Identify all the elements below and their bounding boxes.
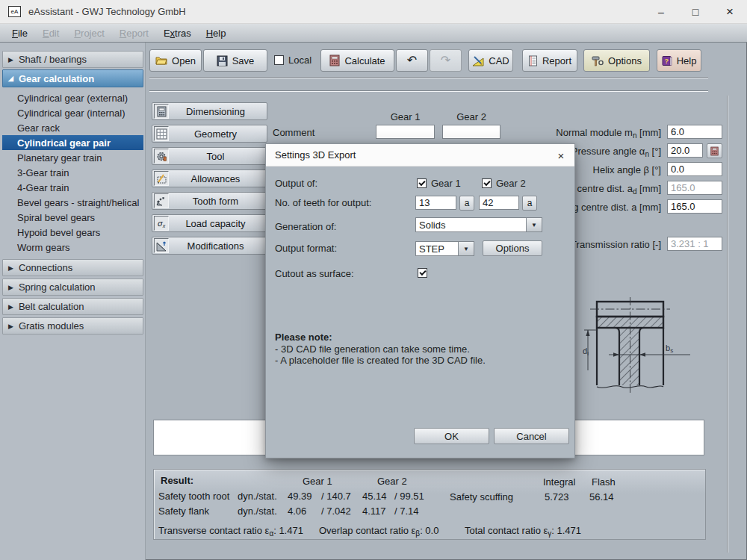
pressure-angle-calc-button[interactable] [707,143,722,158]
menu-bar: File Edit Project Report Extras Help [0,24,747,43]
sidebar-section-shaft-bearings[interactable]: ▶ Shaft / bearings [2,51,143,68]
sidebar-section-spring-calculation[interactable]: ▶ Spring calculation [2,279,143,296]
result-value: / 7.14 [394,505,419,517]
generation-of-label: Generation of: [275,221,336,232]
maximize-button[interactable]: □ [678,0,713,24]
geometry-button[interactable]: Geometry [152,125,267,143]
local-checkbox[interactable] [274,55,284,65]
calculator-icon [329,55,340,66]
cad-button[interactable]: CAD [468,49,513,72]
tools-hammer-icon [592,55,604,66]
sidebar-item-cylindrical-gear-internal[interactable]: Cylindrical gear (internal) [2,105,143,120]
dimensioning-button[interactable]: Dimensioning [152,102,267,120]
normal-module-input[interactable] [667,125,722,139]
sidebar-item-planetary-gear-train[interactable]: Planetary gear train [2,150,143,165]
menu-extras[interactable]: Extras [156,26,199,40]
menu-edit: Edit [35,26,66,40]
result-value: / 140.7 [321,491,351,502]
normal-module-label: Normal module mn [mm] [374,127,661,140]
result-value: / 7.042 [321,505,351,517]
menu-help[interactable]: Help [199,26,234,40]
results-col-gear1: Gear 1 [303,476,332,487]
pressure-angle-input[interactable] [667,143,703,158]
minimize-button[interactable]: – [644,0,678,24]
calculate-button[interactable]: Calculate [320,49,394,72]
output-format-label: Output format: [275,243,337,254]
sidebar-item-cylindrical-gear-pair[interactable]: Cylindrical gear pair [2,135,143,150]
dialog-close-icon[interactable]: × [548,144,574,167]
separator-line [149,77,708,78]
help-book-icon: ? [662,55,672,66]
dialog-title: Settings 3D Export [275,149,356,161]
sidebar-section-gear-calculation[interactable]: ◢ Gear calculation [2,69,143,87]
load-capacity-sigma-icon: σx [154,216,169,231]
results-row-mode: dyn./stat. [238,505,277,517]
window-titlebar: eA eAssistant - GWJ Technology GmbH – □ … [0,0,747,24]
help-button[interactable]: ? Help [657,49,701,72]
sidebar-section-belt-calculation[interactable]: ▶ Belt calculation [2,298,143,315]
sidebar-item-4-gear-train[interactable]: 4-Gear train [2,180,143,195]
results-row-label: Safety flank [158,505,209,517]
teeth-gear1-auto-button[interactable]: a [459,196,474,211]
tooth-form-button[interactable]: Tooth form [152,192,267,210]
modifications-button[interactable]: Modifications [152,237,267,255]
output-format-dropdown[interactable]: STEP ▼ [415,241,474,256]
sidebar-item-gear-rack[interactable]: Gear rack [2,120,143,135]
sidebar: ▶ Shaft / bearings ◢ Gear calculation Cy… [0,43,146,560]
chevron-right-icon: ▶ [8,56,13,63]
options-button[interactable]: Options [583,49,650,72]
result-value: 49.39 [288,491,312,502]
gear1-checkbox[interactable] [417,178,427,188]
panel-edge-line [727,96,728,553]
working-centre-dist-input[interactable] [667,199,722,214]
helix-angle-input[interactable] [667,162,722,176]
undo-icon: ↶ [407,55,417,66]
format-options-button[interactable]: Options [483,240,542,256]
undo-button[interactable]: ↶ [396,49,428,72]
report-button[interactable]: Report [522,49,577,72]
report-document-icon [528,55,538,66]
sidebar-item-cylindrical-gear-external[interactable]: Cylindrical gear (external) [2,90,143,105]
sidebar-item-worm-gears[interactable]: Worm gears [2,240,143,255]
dimensioning-icon [154,104,169,119]
chevron-right-icon: ▶ [8,323,13,330]
gear1-checkbox-label: Gear 1 [431,178,461,189]
allowances-button[interactable]: Allowances [152,169,267,187]
chevron-down-icon[interactable]: ▼ [526,218,542,231]
gear2-checkbox[interactable] [482,178,492,188]
open-folder-icon [155,55,167,66]
load-capacity-button[interactable]: σx Load capacity [152,214,267,232]
teeth-gear1-input[interactable] [415,196,456,210]
sidebar-item-bevel-gears[interactable]: Bevel gears - straight/helical [2,195,143,210]
tool-gear-icon [154,149,169,164]
menu-file[interactable]: File [4,26,35,40]
ok-button[interactable]: OK [414,428,489,444]
total-contact-ratio: Total contact ratio εγ: 1.471 [465,525,581,538]
result-value: / 99.51 [394,491,424,502]
results-col-gear2: Gear 2 [377,476,407,487]
gear1-column-header: Gear 1 [376,111,435,122]
results-col-integral: Integral [543,476,575,488]
cancel-button[interactable]: Cancel [494,428,569,444]
menu-project: Project [66,26,111,40]
chevron-right-icon: ▶ [8,303,13,311]
chevron-down-icon[interactable]: ▼ [458,242,474,255]
window-title: eAssistant - GWJ Technology GmbH [28,6,186,17]
open-button[interactable]: Open [149,49,202,72]
save-button[interactable]: Save [203,49,267,72]
sidebar-item-spiral-bevel-gears[interactable]: Spiral bevel gears [2,210,143,225]
tool-button[interactable]: Tool [152,147,267,165]
close-button[interactable]: × [713,0,747,24]
sidebar-item-hypoid-bevel-gears[interactable]: Hypoid bevel gears [2,225,143,240]
settings-3d-export-dialog: Settings 3D Export × Output of: Gear 1 G… [265,143,575,458]
generation-dropdown[interactable]: Solids ▼ [415,217,542,232]
cutout-checkbox[interactable] [418,268,427,278]
chevron-right-icon: ▶ [8,264,13,272]
svg-text:?: ? [664,57,669,64]
local-checkbox-label: Local [288,55,311,66]
teeth-gear2-input[interactable] [479,196,519,210]
sidebar-section-connections[interactable]: ▶ Connections [2,259,143,276]
sidebar-item-3-gear-train[interactable]: 3-Gear train [2,165,143,180]
teeth-gear2-auto-button[interactable]: a [522,196,537,211]
sidebar-section-gratis-modules[interactable]: ▶ Gratis modules [2,317,143,335]
